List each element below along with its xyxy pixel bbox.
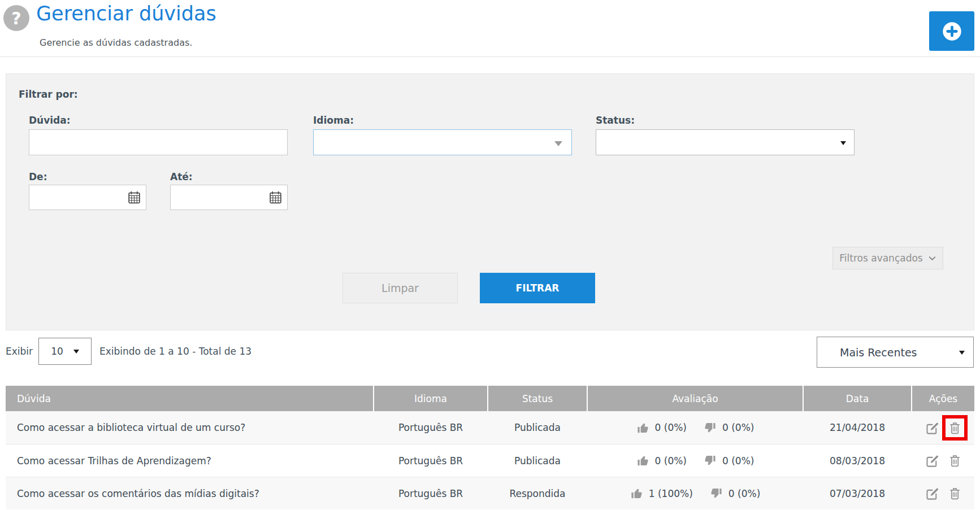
delete-highlight-annotation: [948, 421, 962, 435]
cell-avaliacao: 0 (0%) 0 (0%): [587, 444, 803, 477]
likes-group: 0 (0%): [636, 421, 687, 434]
cell-data: 08/03/2018: [803, 444, 911, 477]
dislikes-count: 0 (0%): [722, 455, 754, 467]
cell-acoes: [911, 444, 974, 477]
advanced-filters-button[interactable]: Filtros avançados: [832, 247, 943, 269]
thumbs-down-icon: [710, 487, 723, 500]
page-subtitle: Gerencie as dúvidas cadastradas.: [40, 37, 192, 48]
likes-group: 0 (0%): [636, 454, 687, 467]
header-duvida: Dúvida: [6, 386, 373, 411]
header-divider: [0, 56, 980, 57]
status-label: Status:: [596, 115, 635, 126]
status-select[interactable]: [596, 129, 855, 155]
filter-section-label: Filtrar por:: [19, 89, 78, 100]
add-button[interactable]: [929, 11, 974, 51]
idioma-label: Idioma:: [313, 115, 354, 126]
likes-count: 0 (0%): [655, 455, 687, 467]
header-avaliacao: Avaliação: [587, 386, 803, 411]
page-title: Gerenciar dúvidas: [36, 2, 216, 25]
likes-group: 1 (100%): [630, 487, 693, 500]
trash-icon: [948, 421, 962, 435]
cell-avaliacao: 0 (0%) 0 (0%): [587, 411, 803, 444]
pencil-square-icon: [925, 420, 940, 435]
likes-count: 1 (100%): [649, 488, 693, 499]
dislikes-count: 0 (0%): [722, 422, 754, 433]
cell-data: 07/03/2018: [803, 477, 911, 509]
page-size-label: Exibir: [6, 346, 33, 357]
clear-button[interactable]: Limpar: [342, 273, 458, 303]
advanced-filters-label: Filtros avançados: [839, 252, 922, 264]
cell-duvida: Como acessar a biblioteca virtual de um …: [6, 411, 373, 444]
thumbs-up-icon: [636, 454, 649, 467]
cell-status: Publicada: [487, 411, 587, 444]
caret-down-icon: [959, 351, 965, 355]
duvida-label: Dúvida:: [29, 115, 71, 126]
cell-idioma: Português BR: [373, 411, 487, 444]
dislikes-group: 0 (0%): [704, 454, 754, 467]
idioma-select[interactable]: [313, 129, 572, 155]
page-size-value: 10: [51, 346, 63, 357]
circle-plus-icon: [942, 21, 962, 42]
table-row: Como acessar a biblioteca virtual de um …: [6, 411, 974, 444]
date-to-label: Até:: [170, 171, 193, 182]
help-icon: ?: [3, 5, 29, 31]
date-from-label: De:: [29, 171, 47, 182]
dislikes-group: 0 (0%): [704, 421, 754, 434]
cell-status: Publicada: [487, 444, 587, 477]
edit-button[interactable]: [925, 453, 940, 468]
header-idioma: Idioma: [373, 386, 487, 411]
questions-table: Dúvida Idioma Status Avaliação Data Açõe…: [6, 386, 974, 509]
table-row: Como acessar os comentários das mídias d…: [6, 477, 974, 509]
caret-down-icon: [73, 350, 79, 354]
header-status: Status: [487, 386, 587, 411]
calendar-icon[interactable]: [268, 190, 283, 204]
edit-button[interactable]: [925, 420, 940, 435]
delete-button[interactable]: [948, 454, 962, 468]
chevron-down-icon: [928, 254, 936, 263]
header-acoes: Ações: [911, 386, 974, 411]
cell-status: Respondida: [487, 477, 587, 509]
caret-down-icon: [840, 141, 846, 145]
thumbs-up-icon: [636, 421, 649, 434]
cell-avaliacao: 1 (100%) 0 (0%): [587, 477, 803, 509]
table-header-row: Dúvida Idioma Status Avaliação Data Açõe…: [6, 386, 974, 411]
thumbs-down-icon: [704, 421, 717, 434]
date-from-wrapper: [29, 185, 146, 210]
thumbs-up-icon: [630, 487, 643, 500]
results-range-text: Exibindo de 1 a 10 - Total de 13: [99, 346, 251, 357]
page-size-select[interactable]: 10: [38, 338, 92, 365]
cell-idioma: Português BR: [373, 444, 487, 477]
edit-button[interactable]: [925, 486, 940, 501]
dislikes-group: 0 (0%): [710, 487, 760, 500]
filter-panel: Filtrar por: Dúvida: Idioma: Status: De:…: [6, 73, 974, 330]
sort-select[interactable]: Mais Recentes: [817, 337, 974, 368]
thumbs-down-icon: [704, 454, 717, 467]
dislikes-count: 0 (0%): [729, 488, 760, 499]
cell-duvida: Como acessar os comentários das mídias d…: [6, 477, 373, 509]
cell-data: 21/04/2018: [803, 411, 911, 444]
trash-icon: [948, 454, 962, 468]
cell-acoes: [911, 477, 974, 509]
cell-idioma: Português BR: [373, 477, 487, 509]
caret-down-icon: [554, 141, 562, 146]
cell-acoes: [911, 411, 974, 444]
date-to-wrapper: [170, 185, 288, 210]
sort-selected-value: Mais Recentes: [840, 346, 917, 359]
table-row: Como acessar Trilhas de Aprendizagem? Po…: [6, 444, 974, 477]
delete-button[interactable]: [948, 486, 962, 500]
duvida-input[interactable]: [29, 129, 288, 155]
pencil-square-icon: [925, 486, 940, 501]
trash-icon: [948, 486, 962, 500]
likes-count: 0 (0%): [655, 422, 687, 433]
delete-button[interactable]: [948, 421, 962, 435]
pencil-square-icon: [925, 453, 940, 468]
cell-duvida: Como acessar Trilhas de Aprendizagem?: [6, 444, 373, 477]
header-data: Data: [803, 386, 911, 411]
calendar-icon[interactable]: [127, 190, 141, 204]
filter-submit-button[interactable]: FILTRAR: [480, 273, 595, 303]
